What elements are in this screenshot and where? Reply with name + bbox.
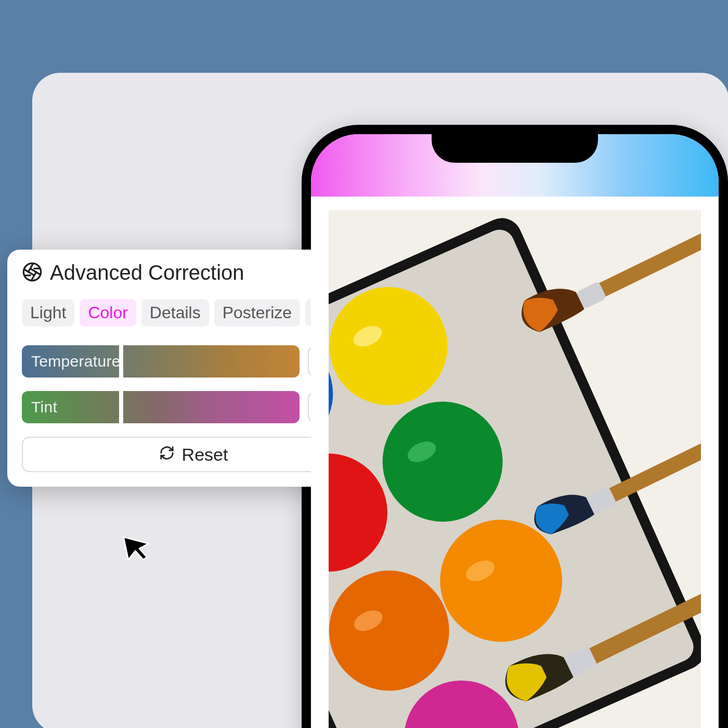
tab-details[interactable]: Details (141, 299, 209, 327)
tab-color[interactable]: Color (80, 299, 136, 327)
tint-label: Tint (22, 398, 57, 416)
reset-label: Reset (182, 445, 228, 465)
tint-slider[interactable]: Tint (22, 391, 300, 423)
settings-aperture-icon (22, 262, 43, 284)
tint-slider-handle[interactable] (119, 391, 123, 423)
panel-title: Advanced Correction (50, 261, 339, 284)
edited-image-preview (329, 210, 701, 728)
tab-light[interactable]: Light (22, 299, 74, 327)
refresh-icon (159, 445, 175, 465)
temperature-slider[interactable]: Temperature (22, 345, 300, 378)
phone-notch (432, 134, 598, 163)
phone-device-frame (302, 125, 728, 728)
tab-posterize[interactable]: Posterize (214, 299, 300, 327)
cursor-icon (123, 531, 152, 561)
temperature-label: Temperature (22, 353, 121, 370)
